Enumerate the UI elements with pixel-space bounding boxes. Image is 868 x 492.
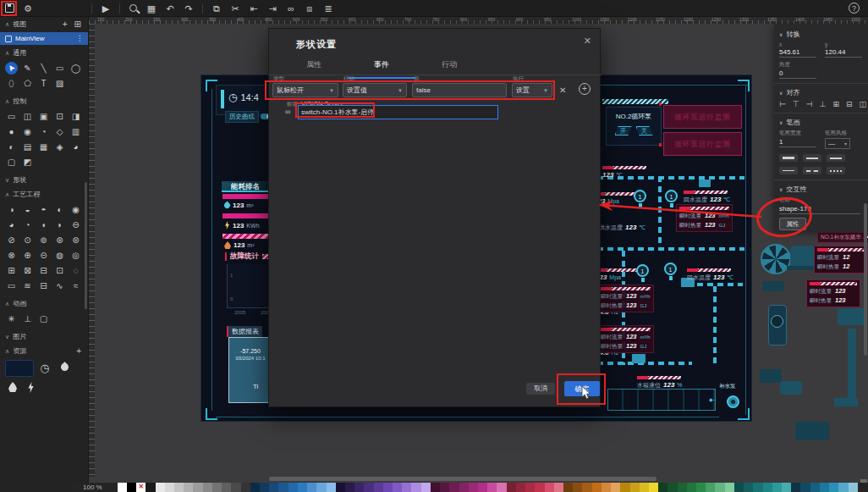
process-shape[interactable]: ◐: [53, 203, 66, 216]
align-section-header[interactable]: ∨对齐: [779, 88, 863, 97]
fault-stats-chart[interactable]: [227, 264, 272, 308]
align-button[interactable]: ⊤: [793, 100, 799, 108]
color-swatch[interactable]: [316, 483, 326, 492]
color-swatch[interactable]: [146, 483, 155, 492]
line-style-button[interactable]: [803, 167, 821, 174]
remove-event-icon[interactable]: ✕: [559, 86, 566, 95]
color-swatch[interactable]: [620, 483, 629, 492]
color-swatch[interactable]: [174, 483, 184, 492]
process-shape[interactable]: ◓: [37, 203, 50, 216]
process-shape[interactable]: ⊗: [5, 249, 18, 262]
energy-bar[interactable]: [222, 234, 270, 239]
color-swatch[interactable]: [193, 483, 202, 492]
pipe-shape[interactable]: [848, 329, 856, 400]
import-view-button[interactable]: ⊞: [73, 19, 83, 29]
process-shape[interactable]: ◖: [37, 218, 50, 231]
color-swatch[interactable]: [345, 483, 354, 492]
color-swatch[interactable]: [838, 483, 848, 492]
align-button[interactable]: ⊞: [832, 100, 839, 108]
sidebar-scrollbar[interactable]: [85, 182, 87, 309]
align-button[interactable]: ◫: [859, 100, 866, 108]
reading[interactable]: NO.1补水泵频率34: [817, 232, 868, 243]
align-button[interactable]: ⊢: [779, 100, 786, 108]
process-shape[interactable]: ◒: [21, 203, 34, 216]
cancel-button[interactable]: 取消: [526, 383, 555, 395]
color-swatch[interactable]: [269, 483, 278, 492]
color-swatch[interactable]: [820, 483, 829, 492]
color-swatch[interactable]: [810, 483, 820, 492]
pipe-line[interactable]: [597, 247, 744, 251]
pipe-line[interactable]: [658, 176, 662, 251]
energy-row[interactable]: 123KWh: [224, 221, 272, 229]
views-section-header[interactable]: ∧ 视图 + ⊞: [0, 17, 88, 31]
alarm-panel[interactable]: 循环泵运行监测: [663, 105, 742, 129]
bolt-resource[interactable]: [27, 382, 35, 393]
report-tooltip[interactable]: -57.250 03/2024 10:1 Ti: [228, 337, 272, 403]
clock-widget[interactable]: ◷14:4: [228, 91, 259, 103]
x-field[interactable]: 545.61: [779, 48, 816, 58]
process-shape[interactable]: ⊖: [69, 218, 82, 231]
color-swatch[interactable]: [715, 483, 724, 492]
color-swatch[interactable]: [364, 483, 373, 492]
pipe-tee[interactable]: [699, 180, 711, 187]
add-view-button[interactable]: +: [61, 19, 69, 29]
event-exec-select[interactable]: 设置▼: [512, 83, 552, 97]
color-swatch[interactable]: [592, 483, 602, 492]
toggle-control[interactable]: ◫: [21, 110, 34, 123]
process-shape[interactable]: ⊜: [69, 234, 82, 246]
align-button[interactable]: ⊥: [820, 100, 827, 108]
block-shape[interactable]: [795, 422, 829, 440]
color-swatch[interactable]: [829, 483, 838, 492]
fitting-shape[interactable]: [762, 281, 784, 291]
energy-row[interactable]: 123m³: [224, 241, 272, 249]
valve-icon[interactable]: 1: [634, 190, 646, 202]
alarm-panel[interactable]: 循环泵运行监测: [663, 132, 742, 156]
color-swatch[interactable]: [402, 483, 411, 492]
color-swatch[interactable]: [573, 483, 582, 492]
frame-control[interactable]: ◩: [21, 156, 34, 169]
reading[interactable]: 回水温度123℃: [687, 268, 733, 282]
reading[interactable]: 回水温度123℃: [684, 191, 730, 204]
tab-actions[interactable]: 行动: [415, 59, 483, 79]
tab-properties[interactable]: 属性: [280, 59, 348, 79]
thumbnail-resource[interactable]: [5, 360, 34, 377]
section-header[interactable]: ∧资源+: [0, 344, 88, 358]
binding-input[interactable]: switch-NO.1补水泵-启停: [298, 105, 498, 119]
color-swatch[interactable]: [288, 483, 298, 492]
cursor-tool[interactable]: ➤: [5, 62, 18, 75]
zoom-icon[interactable]: [129, 4, 137, 12]
color-swatch[interactable]: [478, 483, 487, 492]
sidebar-item-mainview[interactable]: MainView ⋮: [0, 32, 88, 45]
flow-panel[interactable]: 瞬时流量123m³/h瞬时热量123GJ: [597, 285, 654, 312]
process-shape[interactable]: ◎: [69, 249, 82, 262]
history-curve-tag[interactable]: 历史曲线: [225, 111, 259, 123]
bezier-tool[interactable]: ✎: [21, 62, 34, 75]
send-back-icon[interactable]: ⇤: [246, 2, 261, 15]
led-control[interactable]: ●: [5, 125, 18, 138]
color-swatch[interactable]: [165, 483, 174, 492]
color-swatch[interactable]: [545, 483, 554, 492]
text-tool[interactable]: T: [37, 77, 50, 90]
clock-resource[interactable]: ◷: [37, 360, 52, 375]
align-button[interactable]: ⊣: [806, 100, 813, 108]
color-swatch[interactable]: [772, 483, 782, 492]
section-header[interactable]: ∨图片: [0, 329, 88, 344]
pie-chart-control[interactable]: ◕: [69, 141, 82, 153]
stroke-width-field[interactable]: 1: [779, 138, 816, 147]
group-icon[interactable]: ⧈: [302, 2, 317, 15]
stroke-section-header[interactable]: ∨笔画: [779, 118, 863, 127]
help-icon[interactable]: ?: [849, 3, 860, 14]
chart-control[interactable]: ◉: [21, 125, 34, 138]
process-shape[interactable]: ◑: [5, 203, 18, 216]
circle-tool[interactable]: ◯: [69, 62, 82, 75]
color-swatch[interactable]: [156, 483, 165, 492]
code-control[interactable]: ◈: [53, 141, 66, 153]
process-shape[interactable]: ◔: [21, 218, 34, 231]
color-swatch[interactable]: [706, 483, 715, 492]
color-swatch[interactable]: [260, 483, 269, 492]
process-shape[interactable]: ⊚: [37, 234, 50, 246]
window-control[interactable]: ▣: [37, 110, 50, 123]
process-shape[interactable]: ⊙: [21, 234, 34, 246]
section-header[interactable]: ∧通用: [0, 46, 88, 60]
polygon-tool[interactable]: ⬠: [21, 77, 34, 90]
